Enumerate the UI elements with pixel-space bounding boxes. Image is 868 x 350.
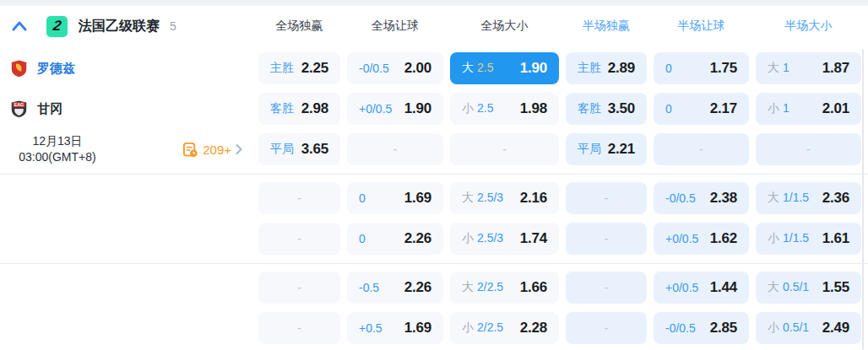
odds-value: 1.87	[822, 60, 849, 77]
odds-value: 1.62	[710, 230, 737, 247]
odds-value: 1.90	[404, 100, 431, 117]
handicap-line: 2/2.5	[477, 320, 503, 334]
odds-label: 0	[665, 62, 672, 75]
odds-cell[interactable]: 大0.5/11.55	[756, 272, 861, 304]
odds-cell[interactable]: 小1/1.51.61	[756, 223, 861, 255]
over-under-prefix: 小	[768, 320, 779, 334]
handicap-line: 0.5/1	[783, 320, 809, 334]
odds-value: 2.00	[404, 60, 431, 77]
odds-cell[interactable]: +0/0.51.90	[347, 93, 443, 125]
empty-odds-dash: -	[605, 232, 609, 245]
odds-cell[interactable]: 主胜2.89	[566, 52, 647, 84]
odds-cell[interactable]: 小2.51.98	[450, 93, 559, 125]
over-under-prefix: 小	[768, 231, 779, 245]
odds-label: +0/0.5	[665, 281, 698, 294]
over-under-prefix: 大	[768, 61, 779, 74]
over-under-prefix: 小	[768, 101, 779, 115]
odds-label: 大2.5/3	[462, 191, 503, 206]
odds-cell-empty: -	[654, 133, 749, 165]
empty-odds-dash: -	[605, 281, 609, 294]
handicap-line: 1/1.5	[783, 191, 809, 204]
odds-cell-empty: -	[566, 182, 647, 214]
handicap-line: 1	[783, 61, 789, 74]
odds-value: 1.61	[822, 230, 849, 247]
odds-cell[interactable]: 平局2.21	[566, 133, 647, 165]
odds-label: 0	[665, 102, 672, 116]
odds-cell[interactable]: 大1/1.52.36	[756, 182, 861, 214]
odds-value: 2.25	[301, 60, 328, 77]
league-match-count: 5	[170, 19, 176, 33]
over-under-prefix: 小	[462, 320, 474, 334]
odds-cell[interactable]: 大11.87	[756, 52, 861, 84]
odds-label: 大1/1.5	[768, 191, 809, 206]
odds-cell-empty: -	[347, 133, 443, 165]
odds-cell[interactable]: 主胜2.25	[258, 52, 340, 84]
odds-cell[interactable]: +0/0.51.62	[654, 223, 749, 255]
league-name[interactable]: 法国乙级联赛	[79, 18, 160, 35]
over-under-prefix: 大	[462, 191, 474, 204]
home-team-crest-icon	[10, 59, 28, 78]
odds-cell[interactable]: +0.51.69	[347, 312, 443, 344]
odds-value: 2.49	[822, 320, 849, 337]
odds-cell[interactable]: -0/0.52.85	[654, 312, 749, 344]
odds-cell[interactable]: -0/0.52.38	[654, 182, 749, 214]
league-title-area: 2 法国乙级联赛 5	[0, 16, 252, 37]
handicap-line: 2.5	[477, 101, 493, 115]
odds-value: 2.26	[404, 279, 431, 296]
handicap-line: 1	[783, 101, 789, 115]
column-header-ht-handicap: 半场让球	[654, 19, 749, 34]
left-spacer	[0, 312, 252, 344]
odds-cell-empty: -	[258, 182, 340, 214]
odds-label: 小1	[768, 101, 789, 116]
odds-label: 小2.5	[462, 101, 493, 116]
left-spacer	[0, 223, 252, 255]
away-team-name[interactable]: 甘冈	[37, 101, 62, 117]
odds-cell[interactable]: 02.26	[347, 223, 443, 255]
odds-label: +0/0.5	[665, 232, 698, 245]
odds-cell[interactable]: +0/0.51.44	[654, 272, 749, 304]
odds-row: 12月13日03:00(GMT+8)209+平局3.65--平局2.21--	[0, 133, 868, 165]
over-under-prefix: 小	[462, 101, 474, 115]
odds-cell[interactable]: 01.69	[347, 182, 443, 214]
odds-cell[interactable]: 01.75	[654, 52, 749, 84]
over-under-prefix: 小	[462, 231, 474, 245]
odds-value: 2.17	[710, 100, 737, 117]
odds-cell[interactable]: 平局3.65	[258, 133, 340, 165]
odds-value: 2.89	[608, 60, 635, 77]
odds-cell[interactable]: 小12.01	[756, 93, 861, 125]
odds-value: 3.50	[608, 100, 635, 117]
empty-odds-dash: -	[297, 281, 301, 294]
odds-cell-empty: -	[566, 312, 647, 344]
odds-cell-selected[interactable]: 大2.51.90	[450, 52, 559, 84]
handicap-line: 2.5	[477, 61, 493, 74]
left-spacer	[0, 182, 252, 214]
odds-value: 3.65	[301, 141, 328, 158]
odds-cell[interactable]: -0.52.26	[347, 272, 443, 304]
odds-cell-empty: -	[566, 272, 647, 304]
odds-cell[interactable]: 大2.5/32.16	[450, 182, 559, 214]
odds-cell[interactable]: -0/0.52.00	[347, 52, 443, 84]
scrollbar[interactable]	[862, 49, 864, 350]
markets-count: 209+	[203, 143, 231, 157]
odds-value: 1.44	[710, 279, 737, 296]
odds-value: 1.74	[520, 230, 547, 247]
odds-value: 1.66	[520, 279, 547, 296]
home-team-name[interactable]: 罗德兹	[37, 61, 75, 77]
odds-cell[interactable]: 客胜3.50	[566, 93, 647, 125]
more-markets-link[interactable]: 209+	[182, 142, 243, 158]
odds-cell[interactable]: 小0.5/12.49	[756, 312, 861, 344]
odds-cell[interactable]: 客胜2.98	[258, 93, 340, 125]
odds-row: -01.69大2.5/32.16--0/0.52.38大1/1.52.36	[0, 182, 868, 214]
odds-cell[interactable]: 小2.5/31.74	[450, 223, 559, 255]
odds-row: 罗德兹主胜2.25-0/0.52.00大2.51.90主胜2.8901.75大1…	[0, 52, 868, 84]
odds-cell[interactable]: 02.17	[654, 93, 749, 125]
odds-label: 平局	[578, 142, 601, 157]
odds-label: 主胜	[578, 61, 601, 76]
collapse-chevron-up-icon[interactable]	[11, 19, 28, 33]
odds-cell-empty: -	[566, 223, 647, 255]
odds-cell[interactable]: 大2/2.51.66	[450, 272, 559, 304]
odds-label: -0.5	[359, 281, 379, 294]
odds-value: 2.26	[404, 230, 431, 247]
odds-cell[interactable]: 小2/2.52.28	[450, 312, 559, 344]
column-header-ft-over-under: 全场大小	[450, 19, 559, 34]
